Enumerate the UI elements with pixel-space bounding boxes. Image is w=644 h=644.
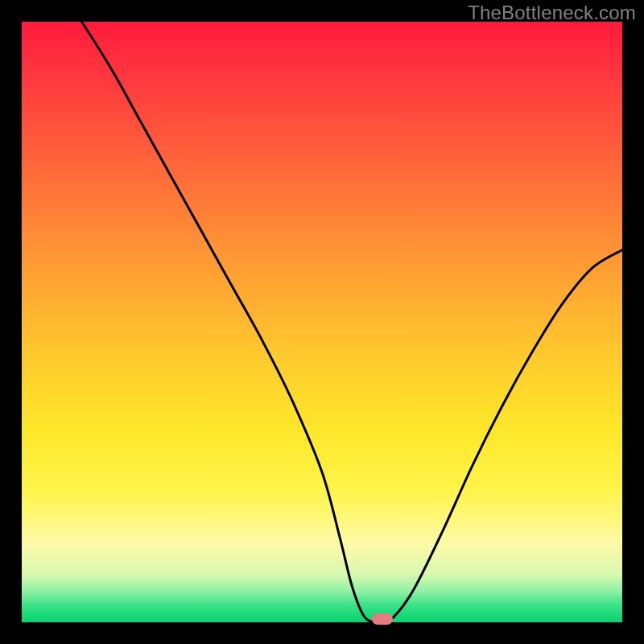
plot-area xyxy=(22,22,622,622)
chart-container: TheBottleneck.com xyxy=(0,0,644,644)
watermark-text: TheBottleneck.com xyxy=(468,2,636,24)
bottleneck-curve xyxy=(22,22,622,622)
optimum-marker xyxy=(372,613,393,625)
